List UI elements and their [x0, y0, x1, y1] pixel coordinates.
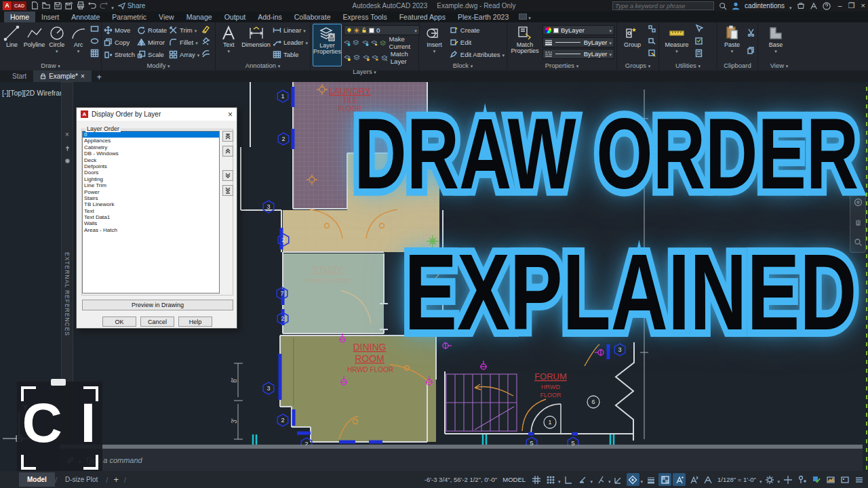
layer-thaw2-icon[interactable]	[363, 54, 370, 62]
search-input[interactable]	[615, 3, 711, 9]
annotation-panel-label[interactable]: Annotation	[216, 62, 310, 70]
help-button[interactable]: Help	[178, 317, 212, 327]
base-button[interactable]: Base	[760, 24, 791, 60]
new-drawing-tab-button[interactable]: +	[97, 73, 102, 82]
open-button[interactable]	[42, 0, 50, 12]
graphics-performance-button[interactable]	[824, 473, 837, 486]
group-button[interactable]: Group	[619, 24, 646, 60]
polyline-button[interactable]: Polyline	[24, 24, 45, 60]
new-button[interactable]	[31, 0, 39, 12]
annotation-visibility-toggle[interactable]	[673, 473, 686, 486]
ribbon-tab-insert[interactable]: Insert	[35, 12, 65, 22]
id-point-button[interactable]	[694, 36, 703, 48]
utilities-panel-label[interactable]: Utilities	[659, 62, 717, 70]
layer-list-item[interactable]: Doors	[83, 169, 219, 176]
redo-button[interactable]	[100, 0, 108, 12]
stretch-button[interactable]: Stretch	[104, 49, 135, 60]
quick-select-button[interactable]	[694, 24, 703, 36]
line-button[interactable]: Line	[2, 24, 22, 60]
help-search[interactable]	[612, 1, 714, 10]
layer-unisolate-icon[interactable]	[353, 54, 361, 62]
model-tab[interactable]: Model	[19, 472, 55, 487]
cut-button[interactable]	[747, 27, 755, 39]
plot-button[interactable]	[77, 0, 85, 12]
palette-settings-icon[interactable]	[64, 158, 71, 164]
offset-button[interactable]	[201, 48, 210, 60]
ribbon-tab-output[interactable]: Output	[218, 12, 252, 22]
layout-tab-dsize[interactable]: D-size Plot	[57, 472, 106, 487]
annotation-scale-value[interactable]: 1/128" = 1'-0"	[715, 476, 758, 483]
ribbon-tab-express-tools[interactable]: Express Tools	[336, 12, 393, 22]
group-select-button[interactable]	[648, 48, 656, 60]
make-current-button[interactable]: Make Current	[380, 35, 419, 50]
user-menu-icon[interactable]	[789, 0, 792, 12]
circle-button[interactable]: Circle	[47, 24, 66, 60]
autoscale-toggle[interactable]	[687, 473, 700, 486]
annotation-scale-icon[interactable]	[701, 473, 714, 486]
object-snap-flyout-icon[interactable]	[641, 474, 644, 486]
autodesk-a-icon[interactable]	[810, 2, 818, 10]
grid-toggle[interactable]	[530, 473, 542, 486]
measure-button[interactable]: Measure	[661, 24, 692, 60]
arc-button[interactable]: Arc	[68, 24, 88, 60]
save-button[interactable]	[54, 0, 62, 12]
ribbon-tab-addins[interactable]: Add-ins	[252, 12, 288, 22]
share-button[interactable]: Share	[118, 2, 146, 9]
undo-button[interactable]	[88, 0, 96, 12]
match-properties-button[interactable]: Match Properties	[509, 24, 540, 60]
view-panel-label[interactable]: View	[758, 62, 800, 70]
layer-isolate-icon[interactable]	[353, 39, 359, 47]
move-to-bottom-button[interactable]	[222, 185, 233, 196]
table-button[interactable]: Table	[273, 49, 308, 60]
file-tab-example[interactable]: Example*	[33, 70, 92, 82]
lineweight-toggle[interactable]	[644, 473, 657, 486]
layer-list-item[interactable]: Text	[83, 208, 219, 214]
move-button[interactable]: Move	[104, 24, 135, 35]
zoom-icon[interactable]	[854, 238, 863, 247]
explode-button[interactable]	[201, 36, 210, 48]
isodraft-toggle[interactable]	[594, 473, 607, 486]
ungroup-button[interactable]	[648, 24, 656, 36]
file-tab-close-icon[interactable]	[81, 72, 85, 81]
layer-list-item[interactable]: Stairs	[83, 195, 219, 201]
match-layer-button[interactable]: Match Layer	[381, 50, 420, 65]
ribbon-tab-parametric[interactable]: Parametric	[106, 12, 153, 22]
mirror-button[interactable]: Mirror	[137, 37, 167, 47]
model-space-label[interactable]: MODEL	[502, 476, 526, 483]
help-icon[interactable]	[823, 2, 831, 10]
ribbon-tab-collaborate[interactable]: Collaborate	[288, 12, 337, 22]
ribbon-options-button[interactable]	[519, 10, 531, 22]
ribbon-tab-home[interactable]: Home	[4, 12, 35, 22]
layer-list-item[interactable]: Cabinetry	[83, 144, 219, 150]
copy-button[interactable]: Copy	[104, 37, 135, 47]
username[interactable]: cadintentions	[745, 2, 785, 9]
ok-button[interactable]: OK	[102, 317, 136, 327]
move-up-button[interactable]	[222, 146, 233, 157]
ribbon-tab-plexearth[interactable]: Plex-Earth 2023	[452, 12, 515, 22]
layer-list-item[interactable]: Power	[83, 189, 219, 195]
move-to-top-button[interactable]	[222, 131, 233, 142]
linear-button[interactable]: Linear	[273, 24, 308, 35]
layers-panel-label[interactable]: Layers	[311, 68, 418, 77]
ribbon-tab-featured-apps[interactable]: Featured Apps	[393, 12, 452, 22]
color-dropdown[interactable]: ByLayer	[542, 25, 614, 35]
erase-button[interactable]	[201, 24, 210, 36]
properties-panel-label[interactable]: Properties	[507, 62, 616, 70]
dialog-titlebar[interactable]: A Display Order by Layer	[77, 108, 237, 121]
palette-pin-icon[interactable]	[64, 145, 71, 151]
isodraft-flyout-icon[interactable]	[608, 474, 611, 486]
navigation-bar[interactable]	[850, 192, 866, 253]
polar-tracking-toggle[interactable]	[576, 473, 589, 486]
modify-panel-label[interactable]: Modify	[102, 62, 215, 70]
object-snap-toggle[interactable]	[627, 473, 639, 486]
isolate-objects-button[interactable]	[795, 473, 808, 486]
layer-list-item[interactable]: Defpoints	[83, 163, 219, 169]
file-tab-start[interactable]: Start	[5, 70, 33, 82]
user-icon[interactable]	[732, 2, 740, 10]
snap-toggle[interactable]	[544, 473, 557, 486]
layer-list-item[interactable]: TB Linework	[83, 201, 219, 207]
pan-hand-icon[interactable]	[854, 218, 863, 226]
copy-clip-button[interactable]	[747, 45, 755, 58]
transparency-toggle[interactable]	[658, 473, 671, 486]
layer-list-item[interactable]: Appliances	[83, 138, 219, 144]
